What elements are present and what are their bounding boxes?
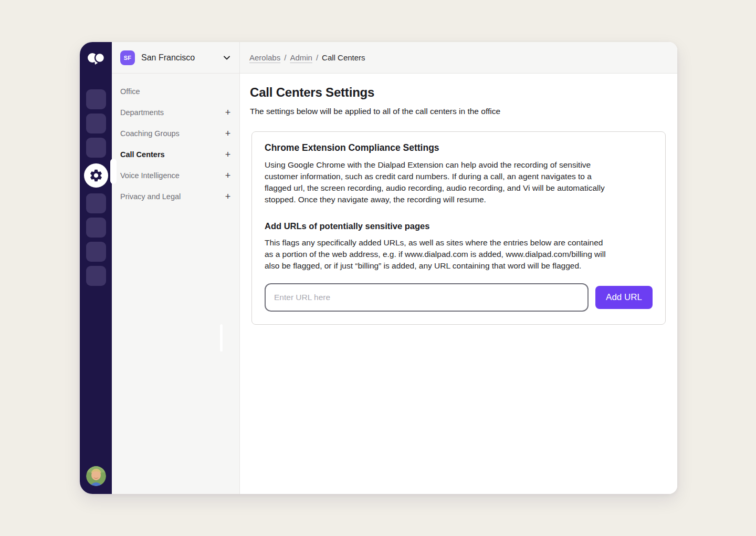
breadcrumb-separator: / xyxy=(284,53,286,62)
sidebar: SF San Francisco Office + Departments + … xyxy=(112,42,240,494)
app-window: SF San Francisco Office + Departments + … xyxy=(80,42,677,494)
rail-nav-icon-5[interactable] xyxy=(86,218,106,238)
add-icon[interactable]: + xyxy=(224,192,232,201)
add-icon[interactable]: + xyxy=(224,150,232,159)
user-avatar[interactable] xyxy=(86,466,106,486)
dialpad-logo-icon[interactable] xyxy=(87,52,106,67)
sidebar-item-privacy-and-legal[interactable]: Privacy and Legal + xyxy=(112,186,239,207)
workspace-badge: SF xyxy=(120,50,135,65)
main-panel: Aerolabs / Admin / Call Centers Call Cen… xyxy=(240,42,677,494)
rail-nav-icon-3[interactable] xyxy=(86,138,106,158)
breadcrumb: Aerolabs / Admin / Call Centers xyxy=(249,53,365,62)
card-subheading: Add URLs of potentially sensitive pages xyxy=(265,221,653,231)
chevron-down-icon xyxy=(223,54,231,62)
app-rail xyxy=(80,42,112,494)
add-url-button[interactable]: Add URL xyxy=(595,286,653,309)
page-content: Call Centers Settings The settings below… xyxy=(240,74,677,325)
rail-nav-icon-6[interactable] xyxy=(86,242,106,262)
breadcrumb-bar: Aerolabs / Admin / Call Centers xyxy=(240,42,677,74)
page-subtitle: The settings below will be applied to al… xyxy=(250,107,665,116)
breadcrumb-separator: / xyxy=(316,53,318,62)
breadcrumb-link-admin[interactable]: Admin xyxy=(290,53,312,62)
sidebar-item-departments[interactable]: Departments + xyxy=(112,102,239,123)
rail-nav-icon-4[interactable] xyxy=(86,193,106,213)
rail-nav xyxy=(84,89,108,286)
rail-nav-icon-7[interactable] xyxy=(86,266,106,286)
breadcrumb-link-aerolabs[interactable]: Aerolabs xyxy=(249,53,280,62)
rail-active-indicator xyxy=(110,159,117,184)
compliance-settings-card: Chrome Extension Compliance Settings Usi… xyxy=(251,131,666,325)
add-icon[interactable]: + xyxy=(224,171,232,180)
url-input[interactable] xyxy=(265,283,589,312)
add-icon[interactable]: + xyxy=(224,108,232,117)
card-heading: Chrome Extension Compliance Settings xyxy=(265,142,653,153)
sidebar-item-office[interactable]: Office + xyxy=(112,81,239,102)
rail-nav-icon-1[interactable] xyxy=(86,89,106,109)
sidebar-nav: Office + Departments + Coaching Groups +… xyxy=(112,74,239,207)
card-description: Using Google Chrome with the Dialpad Ext… xyxy=(265,159,607,205)
page-title: Call Centers Settings xyxy=(250,85,665,100)
sidebar-item-call-centers[interactable]: Call Centers + xyxy=(112,144,239,165)
sidebar-item-coaching-groups[interactable]: Coaching Groups + xyxy=(112,123,239,144)
add-icon[interactable]: + xyxy=(224,129,232,138)
add-url-row: Add URL xyxy=(265,283,653,312)
settings-gear-icon[interactable] xyxy=(84,163,108,188)
sidebar-scrollbar-thumb[interactable] xyxy=(220,324,223,352)
rail-nav-icon-2[interactable] xyxy=(86,114,106,133)
breadcrumb-current: Call Centers xyxy=(322,53,365,62)
card-description-2: This flags any specifically added URLs, … xyxy=(265,237,607,272)
workspace-name: San Francisco xyxy=(141,53,216,63)
sidebar-item-voice-intelligence[interactable]: Voice Intelligence + xyxy=(112,165,239,186)
workspace-selector[interactable]: SF San Francisco xyxy=(112,42,239,74)
